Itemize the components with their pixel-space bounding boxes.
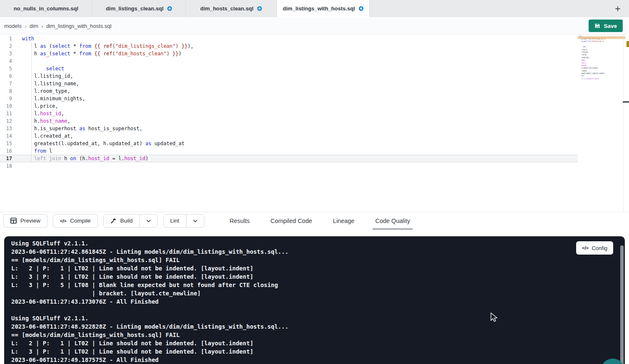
code-line[interactable]: 14 l.created_at, bbox=[0, 132, 578, 140]
file-tab-bar: no_nulls_in_columns.sqldim_listings_clea… bbox=[0, 0, 629, 17]
save-icon bbox=[594, 23, 600, 29]
file-tab-label: dim_hosts_clean.sql bbox=[200, 5, 254, 12]
code-lines: 1with2 l as (select * from {{ ref("dim_l… bbox=[0, 35, 578, 170]
code-line[interactable]: 7 l.listing_name, bbox=[0, 80, 578, 87]
code-line[interactable]: 3 h as (select * from {{ ref("dim_hosts_… bbox=[0, 50, 578, 57]
breadcrumb-item[interactable]: dim_listings_with_hosts.sql bbox=[46, 23, 112, 29]
tab-code-quality[interactable]: Code Quality bbox=[373, 212, 413, 230]
line-number: 6 bbox=[0, 72, 12, 80]
minimap-content: 1with2 l as (select * from {{ ref("dim_l… bbox=[578, 35, 610, 83]
chevron-down-icon bbox=[146, 218, 152, 224]
mouse-cursor bbox=[490, 312, 499, 322]
terminal-scrollbar-thumb[interactable] bbox=[620, 245, 624, 364]
lint-split-button: Lint bbox=[163, 214, 204, 228]
table-icon bbox=[10, 218, 17, 224]
line-number: 12 bbox=[0, 117, 12, 125]
scroll-warning-marker bbox=[627, 41, 629, 47]
tab-lineage[interactable]: Lineage bbox=[331, 212, 357, 230]
new-tab-button[interactable]: + bbox=[612, 2, 624, 15]
breadcrumb-item[interactable]: models bbox=[4, 23, 22, 29]
terminal-panel: Using SQLFluff v2.1.1. 2023-06-06T11:27:… bbox=[4, 236, 625, 364]
code-line[interactable]: 15 greatest(l.updated_at, h.updated_at) … bbox=[0, 140, 578, 147]
code-editor[interactable]: 1with2 l as (select * from {{ ref("dim_l… bbox=[0, 35, 629, 212]
save-button[interactable]: Save bbox=[589, 20, 623, 32]
chevron-down-icon bbox=[192, 218, 198, 224]
unsaved-changes-dot[interactable] bbox=[359, 6, 363, 11]
minimap[interactable]: 1with2 l as (select * from {{ ref("dim_l… bbox=[578, 35, 610, 89]
line-number: 8 bbox=[0, 87, 12, 95]
line-number: 4 bbox=[0, 57, 12, 65]
code-line[interactable]: 9 l.minimum_nights, bbox=[0, 95, 578, 102]
code-line[interactable]: 2 l as (select * from {{ ref("dim_listin… bbox=[0, 42, 578, 50]
chevron-right-icon: › bbox=[25, 22, 27, 30]
build-button[interactable]: Build bbox=[104, 215, 139, 227]
file-tab[interactable]: no_nulls_in_columns.sql bbox=[0, 0, 92, 17]
breadcrumb-item[interactable]: dim bbox=[30, 23, 38, 29]
lint-label: Lint bbox=[170, 218, 179, 224]
editor-scroll-ruler bbox=[623, 35, 624, 212]
file-tab[interactable]: dim_hosts_clean.sql bbox=[186, 0, 277, 17]
panel-tabs: Results Compiled Code Lineage Code Quali… bbox=[227, 212, 413, 230]
file-tab-label: no_nulls_in_columns.sql bbox=[14, 5, 78, 12]
code-line[interactable]: 16 from l bbox=[0, 147, 578, 155]
file-tab-label: dim_listings_clean.sql bbox=[106, 5, 164, 12]
indent-guide bbox=[31, 42, 32, 162]
lint-menu-button[interactable] bbox=[186, 215, 204, 227]
line-number: 14 bbox=[0, 132, 12, 140]
code-line[interactable]: 18 bbox=[0, 162, 578, 170]
file-tab[interactable]: dim_listings_clean.sql bbox=[92, 0, 186, 17]
code-line[interactable]: 1with bbox=[0, 35, 578, 42]
build-menu-button[interactable] bbox=[139, 215, 157, 227]
preview-button[interactable]: Preview bbox=[3, 214, 47, 228]
code-line[interactable]: 5 select bbox=[0, 65, 578, 72]
code-line[interactable]: 17 left join h on (h.host_id = l.host_id… bbox=[0, 155, 578, 162]
line-number: 7 bbox=[0, 80, 12, 87]
line-number: 5 bbox=[0, 65, 12, 72]
editor-scrollbar-thumb[interactable] bbox=[623, 101, 629, 103]
line-number: 3 bbox=[0, 50, 12, 57]
compile-label: Compile bbox=[70, 218, 91, 224]
minimap-highlight-bar bbox=[578, 37, 625, 39]
unsaved-changes-dot[interactable] bbox=[167, 6, 172, 11]
line-number: 16 bbox=[0, 147, 12, 155]
lint-button[interactable]: Lint bbox=[164, 215, 186, 227]
line-number: 18 bbox=[0, 162, 12, 170]
code-line[interactable]: 13 h.is_superhost as host_is_superhost, bbox=[0, 125, 578, 132]
file-tabs: no_nulls_in_columns.sqldim_listings_clea… bbox=[0, 0, 370, 17]
config-button[interactable]: </> Config bbox=[576, 241, 613, 255]
code-line[interactable]: 8 l.room_type, bbox=[0, 87, 578, 95]
file-tab[interactable]: dim_listings_with_hosts.sql bbox=[277, 0, 370, 17]
action-bar: Preview </> Compile Build Lint bbox=[0, 212, 629, 229]
line-number: 9 bbox=[0, 95, 12, 102]
code-line[interactable]: 6 l.listing_id, bbox=[0, 72, 578, 80]
breadcrumb: models›dim›dim_listings_with_hosts.sql bbox=[4, 17, 112, 34]
line-number: 2 bbox=[0, 42, 12, 50]
code-icon: </> bbox=[60, 218, 66, 223]
line-number: 11 bbox=[0, 110, 12, 117]
save-label: Save bbox=[604, 23, 617, 29]
build-split-button: Build bbox=[103, 214, 158, 228]
file-tab-label: dim_listings_with_hosts.sql bbox=[283, 5, 355, 12]
tab-results[interactable]: Results bbox=[227, 212, 252, 230]
preview-label: Preview bbox=[20, 218, 40, 224]
config-label: Config bbox=[592, 245, 607, 251]
code-line[interactable]: 4 bbox=[0, 57, 578, 65]
code-line[interactable]: 10 l.price, bbox=[0, 102, 578, 110]
line-number: 10 bbox=[0, 102, 12, 110]
terminal-output: Using SQLFluff v2.1.1. 2023-06-06T11:27:… bbox=[4, 236, 625, 364]
code-line[interactable]: 12 h.host_name, bbox=[0, 117, 578, 125]
compile-button[interactable]: </> Compile bbox=[53, 214, 98, 228]
tab-compiled-code[interactable]: Compiled Code bbox=[268, 212, 315, 230]
hammer-icon bbox=[110, 218, 117, 224]
line-number: 15 bbox=[0, 140, 12, 147]
build-label: Build bbox=[120, 218, 133, 224]
breadcrumb-bar: models›dim›dim_listings_with_hosts.sql S… bbox=[0, 17, 629, 35]
code-line[interactable]: 11 l.host_id, bbox=[0, 110, 578, 117]
line-number: 13 bbox=[0, 125, 12, 132]
line-number: 1 bbox=[0, 35, 12, 42]
unsaved-changes-dot[interactable] bbox=[257, 6, 262, 11]
chevron-right-icon: › bbox=[41, 22, 43, 30]
line-number: 17 bbox=[0, 155, 12, 162]
code-icon: </> bbox=[582, 245, 588, 250]
